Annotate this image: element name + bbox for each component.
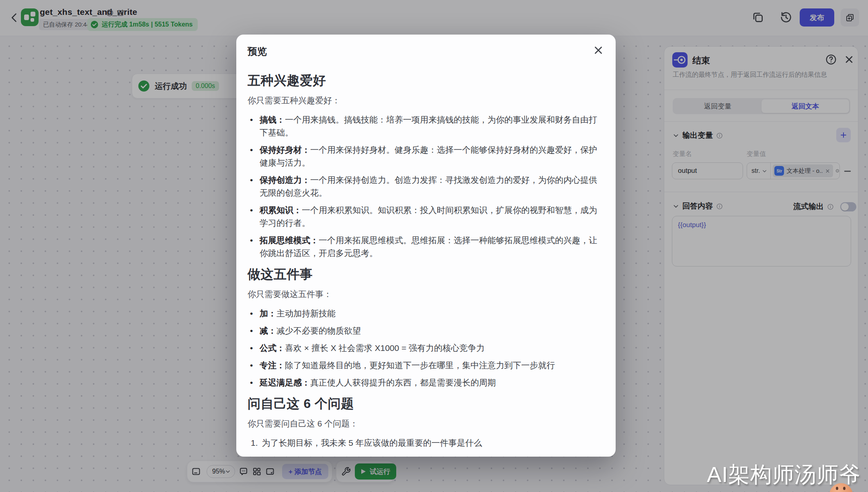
list-item: 1.为了长期目标，我未来 5 年应该做的最重要的一件事是什么 [248,437,604,449]
list-item: 保持好身材：一个用来保持好身材。健身乐趣：选择一个能够保持好身材的兴趣爱好，保护… [248,144,604,169]
list-item: 专注：除了知道最终目的地，更好知道下一步在哪里，集中注意力到下一步就行 [248,359,604,372]
section-intro: 你只需要做这五件事： [248,289,604,300]
section-intro: 你只需要五种兴趣爱好： [248,95,604,106]
list-item: 保持创造力：一个用来保持创造力。创造力发挥：寻找激发创造力的爱好，为你的内心提供… [248,174,604,199]
list-item: 加：主动加持新技能 [248,307,604,320]
list-item: 积累知识：一个用来积累知识。知识积累：投入时间积累知识，扩展你的视野和智慧，成为… [248,204,604,230]
modal-header: 预览 [236,35,616,63]
section-heading: 问自己这 6 个问题 [248,396,604,412]
section-heading: 五种兴趣爱好 [248,72,604,88]
section-heading: 做这五件事 [248,266,604,282]
list-item: 搞钱：一个用来搞钱。搞钱技能：培养一项用来搞钱的技能，为你的事业发展和财务自由打… [248,113,604,139]
list-item: 拓展思维模式：一个用来拓展思维模式。思维拓展：选择一种能够拓展思维模式的兴趣，让… [248,234,604,260]
list-item: 延迟满足感：真正使人人获得提升的东西，都是需要漫长的周期 [248,376,604,389]
list-item: 公式：喜欢 × 擅长 X 社会需求 X1000 = 强有力的核心竞争力 [248,342,604,355]
modal-title: 预览 [248,45,604,58]
hobby-list: 搞钱：一个用来搞钱。搞钱技能：培养一项用来搞钱的技能，为你的事业发展和财务自由打… [248,113,604,260]
modal-close-icon[interactable] [592,44,604,56]
preview-content[interactable]: 五种兴趣爱好 你只需要五种兴趣爱好： 搞钱：一个用来搞钱。搞钱技能：培养一项用来… [236,63,616,449]
question-list: 1.为了长期目标，我未来 5 年应该做的最重要的一件事是什么 [248,437,604,449]
avatar-eye [836,487,838,490]
action-list: 加：主动加持新技能 减：减少不必要的物质欲望 公式：喜欢 × 擅长 X 社会需求… [248,307,604,389]
avatar-eye [843,487,845,490]
workflow-editor-screen: get_xhs_text_and_write 已自动保存 20:44:42 运行… [0,0,868,492]
preview-modal: 预览 五种兴趣爱好 你只需要五种兴趣爱好： 搞钱：一个用来搞钱。搞钱技能：培养一… [236,35,616,457]
list-item: 减：减少不必要的物质欲望 [248,324,604,337]
section-intro: 你只需要问自己这 6 个问题： [248,418,604,429]
